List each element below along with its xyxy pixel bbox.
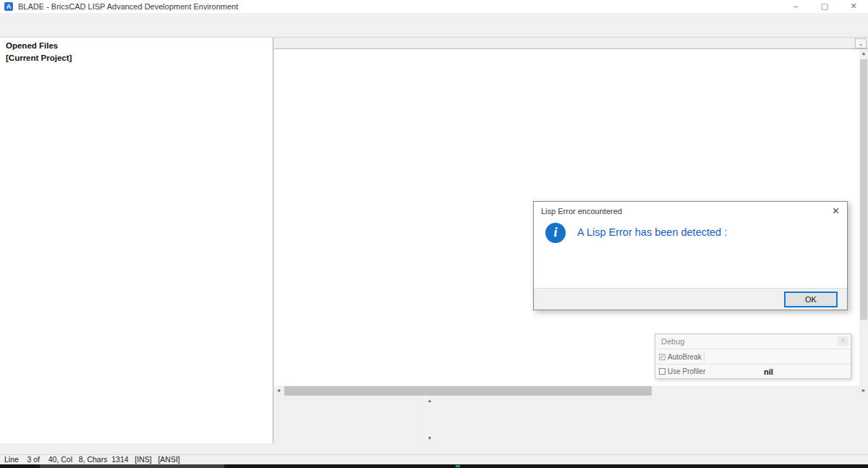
scroll-up-icon[interactable]: ▲ bbox=[859, 49, 868, 58]
tab-list-dropdown-icon[interactable]: ⌄ bbox=[855, 38, 867, 48]
locals-scroll-down-icon[interactable]: ▼ bbox=[425, 434, 434, 443]
main-toolbar bbox=[0, 24, 868, 38]
app-icon: A bbox=[4, 2, 13, 11]
use-profiler-checkbox-box[interactable] bbox=[659, 368, 665, 375]
scroll-left-icon[interactable]: ◄ bbox=[274, 386, 283, 395]
debug-palette-title: Debug bbox=[655, 334, 851, 349]
autobreak-checkbox[interactable]: ✓ AutoBreak bbox=[659, 353, 702, 361]
title-bar: A BLADE - BricsCAD LISP Advanced Develop… bbox=[0, 0, 868, 13]
close-button[interactable]: ✕ bbox=[839, 0, 868, 13]
dialog-heading: A Lisp Error has been detected : bbox=[577, 223, 837, 238]
taskbar-edge bbox=[0, 464, 868, 468]
window-title: BLADE - BricsCAD LISP Advanced Developme… bbox=[18, 2, 238, 11]
status-bar: Line 3 of 40, Col 8, Chars 1314 [INS] [A… bbox=[0, 454, 868, 464]
editor-tab-bar bbox=[274, 38, 868, 49]
maximize-button[interactable]: ▢ bbox=[810, 0, 839, 13]
blade-window: A BLADE - BricsCAD LISP Advanced Develop… bbox=[0, 0, 868, 468]
info-icon: i bbox=[545, 223, 566, 243]
editor-hscroll-thumb[interactable] bbox=[284, 386, 652, 396]
editor-vscroll-thumb[interactable] bbox=[860, 59, 867, 320]
locals-scroll-up-icon[interactable]: ▲ bbox=[425, 396, 434, 405]
debug-palette: Debug ✕ ✓ AutoBreak Use Profiler nil bbox=[655, 333, 851, 379]
minimize-button[interactable]: – bbox=[781, 0, 810, 13]
current-project-label: [Current Project] bbox=[0, 51, 273, 62]
locals-scrollbar[interactable]: ▲ ▼ bbox=[425, 396, 434, 443]
opened-files-panel: Opened Files [Current Project] bbox=[0, 38, 273, 443]
editor-horizontal-scrollbar[interactable]: ◄ ► bbox=[274, 386, 868, 396]
editor-vertical-scrollbar[interactable]: ▲ bbox=[859, 49, 868, 386]
taskbar-segment bbox=[40, 464, 224, 468]
debug-profiler-row: Use Profiler bbox=[655, 365, 851, 378]
opened-files-title: Opened Files bbox=[0, 38, 273, 51]
menu-bar bbox=[0, 13, 868, 24]
debug-toolbar: ✓ AutoBreak bbox=[655, 349, 851, 365]
autobreak-label: AutoBreak bbox=[668, 353, 702, 361]
lisp-error-dialog: Lisp Error encountered ✕ i A Lisp Error … bbox=[533, 201, 848, 310]
dialog-close-icon[interactable]: ✕ bbox=[832, 205, 840, 216]
dialog-body: i A Lisp Error has been detected : bbox=[534, 220, 847, 238]
debug-close-icon[interactable]: ✕ bbox=[838, 336, 848, 346]
use-profiler-checkbox[interactable]: Use Profiler bbox=[659, 367, 705, 375]
dialog-footer: OK bbox=[534, 288, 847, 310]
scroll-right-icon[interactable]: ► bbox=[859, 386, 868, 395]
debug-result-value: nil bbox=[764, 367, 773, 376]
taskbar-dot bbox=[456, 465, 460, 467]
autobreak-checkbox-box[interactable]: ✓ bbox=[659, 354, 665, 360]
use-profiler-label: Use Profiler bbox=[668, 367, 705, 375]
dialog-title: Lisp Error encountered bbox=[534, 202, 847, 220]
ok-button[interactable]: OK bbox=[785, 292, 837, 307]
